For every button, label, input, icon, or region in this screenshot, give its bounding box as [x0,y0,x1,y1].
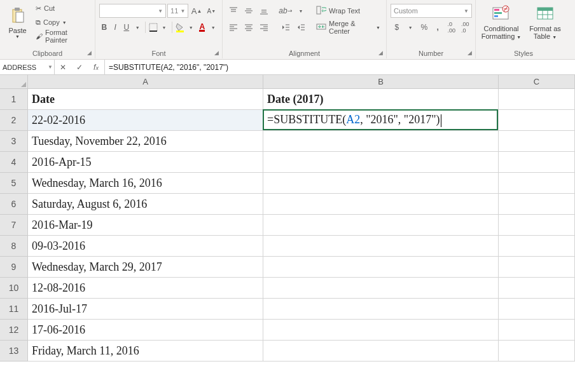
row-header-5[interactable]: 5 [0,173,28,194]
row-header-10[interactable]: 10 [0,278,28,299]
insert-function-button[interactable]: fx [88,60,104,75]
dialog-launcher-font[interactable]: ◢ [212,48,221,57]
cell-B9[interactable] [263,257,499,278]
orientation-button[interactable]: ab↗ [279,4,293,18]
font-size-combo[interactable]: 11 ▼ [167,4,188,18]
column-header-C[interactable]: C [499,75,575,89]
chevron-down-icon[interactable]: ▼ [294,4,308,18]
format-as-table-button[interactable]: Format as Table ▼ [524,1,566,43]
format-painter-button[interactable]: 🖌 Format Painter [34,29,92,43]
dialog-launcher-clipboard[interactable]: ◢ [85,48,94,57]
chevron-down-icon[interactable]: ▼ [133,20,143,34]
cell-A2[interactable]: 22-02-2016 [28,110,263,131]
row-header-9[interactable]: 9 [0,257,28,278]
cell-B1[interactable]: Date (2017) [263,89,499,110]
cell-A3[interactable]: Tuesday, November 22, 2016 [28,131,263,152]
increase-indent-button[interactable] [294,20,308,34]
cell-C2[interactable] [499,110,575,131]
cell-A4[interactable]: 2016-Apr-15 [28,152,263,173]
font-name-combo[interactable]: ▼ [99,4,166,18]
cell-C13[interactable] [499,341,575,362]
cell-B4[interactable] [263,152,499,173]
increase-font-button[interactable]: A▲ [190,4,203,18]
cancel-formula-button[interactable]: ✕ [55,60,71,75]
number-format-combo[interactable]: Custom ▼ [391,4,472,18]
chevron-down-icon[interactable]: ▼ [159,20,169,34]
merge-center-button[interactable]: Merge & Center ▼ [314,20,382,34]
chevron-down-icon[interactable]: ▼ [405,20,417,34]
dialog-launcher-number[interactable]: ◢ [465,48,474,57]
currency-button[interactable]: $ [391,20,403,34]
increase-decimal-button[interactable]: .0.00 [445,20,458,34]
row-header-4[interactable]: 4 [0,152,28,173]
bold-button[interactable]: B [99,20,109,34]
row-header-3[interactable]: 3 [0,131,28,152]
row-header-6[interactable]: 6 [0,194,28,215]
cell-B11[interactable] [263,299,499,320]
font-color-button[interactable]: A [197,20,207,34]
chevron-down-icon[interactable]: ▼ [209,20,219,34]
comma-button[interactable]: , [432,20,445,34]
formula-bar[interactable]: =SUBSTITUTE(A2, "2016", "2017") [105,60,575,74]
cell-C6[interactable] [499,194,575,215]
cell-C1[interactable] [499,89,575,110]
cell-A12[interactable]: 17-06-2016 [28,320,263,341]
column-header-A[interactable]: A [28,75,263,89]
align-bottom-button[interactable] [257,4,271,18]
chevron-down-icon[interactable]: ▼ [48,64,53,70]
row-header-8[interactable]: 8 [0,236,28,257]
copy-button[interactable]: ⧉ Copy ▼ [34,15,92,29]
cell-B5[interactable] [263,173,499,194]
cell-A1[interactable]: Date [28,89,263,110]
decrease-indent-button[interactable] [279,20,293,34]
cell-A11[interactable]: 2016-Jul-17 [28,299,263,320]
fill-color-button[interactable] [175,20,185,34]
cell-A5[interactable]: Wednesday, March 16, 2016 [28,173,263,194]
cell-A6[interactable]: Saturday, August 6, 2016 [28,194,263,215]
cell-C11[interactable] [499,299,575,320]
decrease-decimal-button[interactable]: .00.0 [459,20,472,34]
cell-B10[interactable] [263,278,499,299]
cell-A13[interactable]: Friday, March 11, 2016 [28,341,263,362]
enter-formula-button[interactable]: ✓ [71,60,88,75]
cell-C4[interactable] [499,152,575,173]
cell-A8[interactable]: 09-03-2016 [28,236,263,257]
cell-B13[interactable] [263,341,499,362]
row-header-2[interactable]: 2 [0,110,28,131]
column-header-B[interactable]: B [263,75,499,89]
decrease-font-button[interactable]: A▼ [205,4,218,18]
row-header-12[interactable]: 12 [0,320,28,341]
align-center-button[interactable] [242,20,256,34]
cell-B7[interactable] [263,215,499,236]
cell-C12[interactable] [499,320,575,341]
name-box-input[interactable] [3,64,52,71]
row-header-11[interactable]: 11 [0,299,28,320]
percent-button[interactable]: % [418,20,431,34]
border-button[interactable] [148,20,158,34]
cell-A10[interactable]: 12-08-2016 [28,278,263,299]
cell-A9[interactable]: Wednesday, March 29, 2017 [28,257,263,278]
chevron-down-icon[interactable]: ▼ [186,20,197,34]
cell-A7[interactable]: 2016-Mar-19 [28,215,263,236]
row-header-1[interactable]: 1 [0,89,28,110]
cell-B8[interactable] [263,236,499,257]
cell-B2[interactable]: =SUBSTITUTE(A2, "2016", "2017") [263,110,499,131]
row-header-13[interactable]: 13 [0,341,28,362]
select-all-corner[interactable] [0,75,28,89]
cell-C8[interactable] [499,236,575,257]
align-left-button[interactable] [226,20,240,34]
cell-C5[interactable] [499,173,575,194]
wrap-text-button[interactable]: Wrap Text [314,4,382,18]
name-box[interactable]: ▼ [0,60,55,74]
row-header-7[interactable]: 7 [0,215,28,236]
conditional-formatting-button[interactable]: Conditional Formatting ▼ [478,1,524,43]
cell-C3[interactable] [499,131,575,152]
align-top-button[interactable] [226,4,240,18]
align-right-button[interactable] [257,20,271,34]
align-middle-button[interactable] [242,4,256,18]
cell-B6[interactable] [263,194,499,215]
cell-C7[interactable] [499,215,575,236]
cell-C9[interactable] [499,257,575,278]
cut-button[interactable]: ✂ Cut [34,1,92,15]
underline-button[interactable]: U [121,20,132,34]
